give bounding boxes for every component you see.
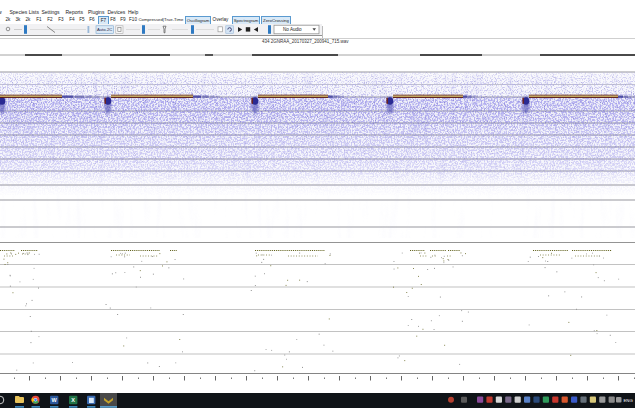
svg-text:No Audio: No Audio xyxy=(283,27,302,32)
svg-text:W: W xyxy=(52,397,58,403)
svg-text:ENG: ENG xyxy=(624,398,634,403)
svg-text:Auto-2C: Auto-2C xyxy=(97,27,112,32)
svg-text:X: X xyxy=(71,397,75,403)
